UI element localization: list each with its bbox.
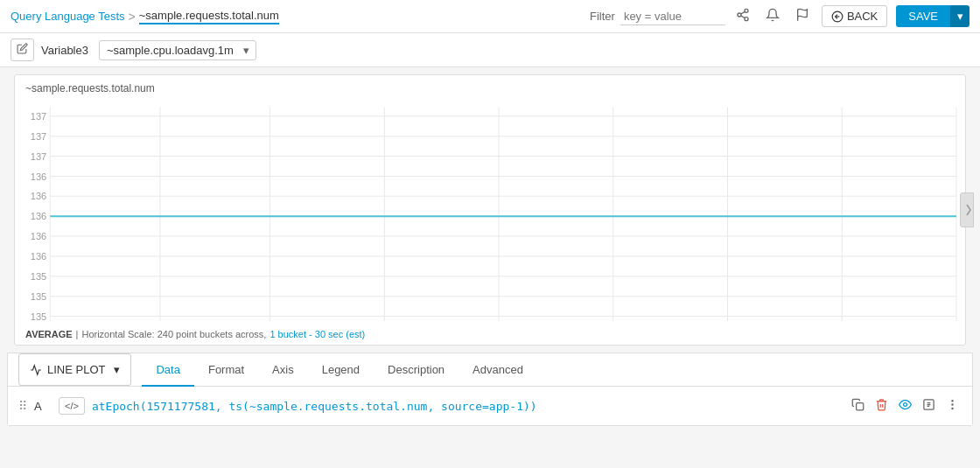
tab-legend[interactable]: Legend bbox=[308, 354, 374, 387]
alerts-icon[interactable] bbox=[762, 4, 783, 29]
svg-rect-47 bbox=[857, 403, 864, 410]
tabs-header: LINE PLOT ▾ Data Format Axis Legend Desc… bbox=[8, 353, 972, 387]
svg-text:03:00 PM: 03:00 PM bbox=[874, 324, 915, 325]
svg-text:135: 135 bbox=[31, 311, 46, 322]
svg-text:136: 136 bbox=[31, 231, 46, 241]
plot-type-chevron: ▾ bbox=[114, 363, 120, 376]
query-actions bbox=[849, 395, 962, 416]
tab-description[interactable]: Description bbox=[374, 354, 458, 387]
back-button[interactable]: BACK bbox=[822, 5, 887, 27]
svg-point-1 bbox=[738, 13, 741, 17]
svg-text:02:30 PM: 02:30 PM bbox=[592, 324, 634, 325]
variable-select-wrapper: ~sample.cpu.loadavg.1m bbox=[99, 40, 256, 60]
svg-text:02:15 PM: 02:15 PM bbox=[478, 324, 519, 325]
chart-title: ~sample.requests.total.num bbox=[15, 82, 965, 98]
save-dropdown-button[interactable]: ▾ bbox=[950, 5, 970, 27]
chart-avg-label: AVERAGE bbox=[25, 329, 73, 339]
header: Query Language Tests > ~sample.requests.… bbox=[0, 0, 980, 33]
svg-point-51 bbox=[952, 404, 953, 405]
svg-point-50 bbox=[952, 401, 953, 402]
svg-text:02:00 PM: 02:00 PM bbox=[364, 324, 405, 325]
svg-text:137: 137 bbox=[31, 131, 46, 142]
query-row: ⠿ A </> atEpoch(1571177581, ts(~sample.r… bbox=[8, 387, 972, 425]
chart-footer-sep: | bbox=[76, 329, 79, 339]
tab-format[interactable]: Format bbox=[194, 354, 258, 387]
svg-text:137: 137 bbox=[31, 151, 46, 162]
view-button[interactable] bbox=[896, 395, 914, 416]
plot-type-button[interactable]: LINE PLOT ▾ bbox=[18, 353, 131, 386]
variable-select[interactable]: ~sample.cpu.loadavg.1m bbox=[99, 40, 256, 60]
plot-type-label: LINE PLOT bbox=[47, 363, 105, 376]
svg-point-52 bbox=[952, 408, 953, 409]
breadcrumb: Query Language Tests > ~sample.requests.… bbox=[10, 9, 583, 24]
svg-text:02:45 PM: 02:45 PM bbox=[707, 324, 748, 325]
tab-data[interactable]: Data bbox=[142, 354, 193, 387]
code-toggle-button[interactable]: </> bbox=[59, 397, 85, 415]
edit-variable-button[interactable] bbox=[10, 38, 34, 61]
delete-button[interactable] bbox=[872, 395, 891, 416]
breadcrumb-current: ~sample.requests.total.num bbox=[139, 9, 279, 24]
chart-footer-link[interactable]: 1 bucket - 30 sec (est) bbox=[270, 329, 365, 339]
save-group: SAVE ▾ bbox=[896, 5, 970, 27]
filter-area: Filter bbox=[590, 8, 725, 25]
tab-advanced[interactable]: Advanced bbox=[458, 354, 537, 387]
header-icons: BACK SAVE ▾ bbox=[732, 4, 970, 29]
chart-footer: AVERAGE | Horizontal Scale: 240 point bu… bbox=[15, 325, 965, 345]
svg-text:135: 135 bbox=[31, 291, 46, 302]
chart-inner: 137 137 137 136 136 136 136 136 135 135 … bbox=[15, 98, 965, 325]
flag-icon[interactable] bbox=[792, 4, 813, 29]
svg-text:01:45 PM: 01:45 PM bbox=[249, 324, 290, 325]
chart-svg: 137 137 137 136 136 136 136 136 135 135 … bbox=[15, 98, 965, 325]
tabs-panel: LINE PLOT ▾ Data Format Axis Legend Desc… bbox=[7, 353, 973, 426]
svg-text:137: 137 bbox=[31, 111, 46, 122]
svg-text:01:15 PM: 01:15 PM bbox=[30, 324, 71, 325]
variable-row: Variable3 ~sample.cpu.loadavg.1m bbox=[0, 33, 980, 67]
svg-text:136: 136 bbox=[31, 251, 46, 262]
code-toggle-icon: </> bbox=[65, 401, 79, 411]
chart-footer-text: Horizontal Scale: 240 point buckets acro… bbox=[81, 329, 266, 339]
svg-point-48 bbox=[904, 403, 907, 407]
more-options-button[interactable] bbox=[943, 395, 962, 416]
ai-button[interactable] bbox=[920, 395, 938, 416]
svg-text:136: 136 bbox=[31, 171, 46, 181]
breadcrumb-separator: > bbox=[129, 10, 136, 24]
chart-side-handle[interactable] bbox=[960, 192, 974, 227]
svg-text:136: 136 bbox=[31, 191, 46, 201]
tab-axis[interactable]: Axis bbox=[258, 354, 308, 387]
query-expression: atEpoch(1571177581, ts(~sample.requests.… bbox=[92, 400, 842, 413]
query-expression-text: atEpoch(1571177581, ts(~sample.requests.… bbox=[92, 400, 537, 413]
drag-handle-icon[interactable]: ⠿ bbox=[18, 399, 27, 413]
breadcrumb-link[interactable]: Query Language Tests bbox=[10, 10, 125, 23]
svg-text:135: 135 bbox=[31, 271, 46, 282]
copy-button[interactable] bbox=[849, 395, 867, 416]
svg-point-2 bbox=[745, 17, 748, 20]
svg-text:01:30 PM: 01:30 PM bbox=[139, 324, 180, 325]
svg-line-4 bbox=[741, 11, 746, 14]
svg-line-3 bbox=[741, 16, 746, 18]
variable-name: Variable3 bbox=[41, 44, 88, 57]
chart-container: ~sample.requests.total.num bbox=[14, 74, 966, 346]
back-label: BACK bbox=[847, 10, 878, 23]
share-icon[interactable] bbox=[732, 4, 753, 29]
svg-text:136: 136 bbox=[31, 211, 46, 221]
svg-point-0 bbox=[745, 9, 748, 12]
filter-label: Filter bbox=[590, 10, 615, 23]
filter-input[interactable] bbox=[620, 8, 725, 25]
query-label: A bbox=[34, 400, 52, 413]
save-button[interactable]: SAVE bbox=[896, 5, 950, 27]
